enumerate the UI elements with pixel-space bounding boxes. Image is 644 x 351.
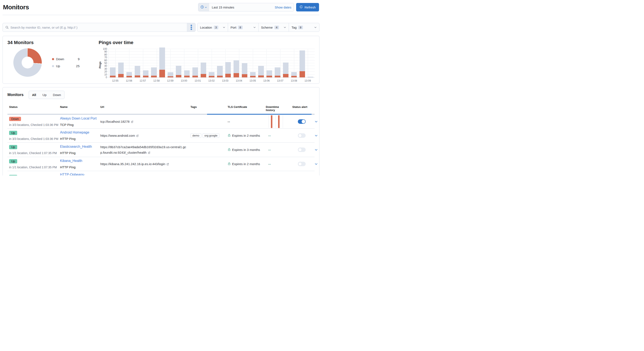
tags-cell bbox=[189, 162, 226, 166]
top-bar: Monitors Last 15 minutes Show dates bbox=[2, 0, 320, 15]
tls-cell: Expires in 2 months bbox=[226, 132, 264, 139]
time-range-value[interactable]: Last 15 minutes bbox=[209, 3, 272, 11]
monitors-list-panel: Monitors AllUpDown StatusNameUrlTagsTLS … bbox=[2, 87, 320, 175]
tls-cell: Expires in 3 months bbox=[226, 146, 264, 153]
status-badge: Down bbox=[9, 117, 21, 121]
tag-badge[interactable]: demo bbox=[190, 133, 201, 138]
refresh-icon bbox=[300, 5, 303, 9]
pings-over-time-section: Pings over time Pings 010203040506070809… bbox=[99, 40, 314, 80]
monitor-name-link[interactable]: Elasticsearch_Health bbox=[60, 145, 92, 148]
filter-count-badge: 4 bbox=[274, 26, 279, 29]
refresh-button[interactable]: Refresh bbox=[296, 3, 319, 11]
name-cell: HTTP-Opbeans-Frontend HTTP Ping bbox=[58, 171, 99, 175]
filter-count-badge: 8 bbox=[238, 26, 242, 29]
monitor-type: TCP Ping bbox=[60, 123, 97, 127]
downtime-history-cell: -- bbox=[264, 132, 290, 139]
status-alert-toggle[interactable] bbox=[298, 162, 306, 166]
tls-lock-icon bbox=[228, 148, 231, 152]
search-input[interactable] bbox=[10, 23, 187, 31]
status-filter-tabs: AllUpDown bbox=[29, 91, 64, 99]
monitor-name-link[interactable]: Kibana_Health bbox=[60, 159, 82, 163]
column-header: Name bbox=[58, 104, 99, 114]
column-header: Tags bbox=[189, 104, 226, 114]
search-bar bbox=[2, 23, 196, 32]
status-alert-toggle[interactable] bbox=[298, 148, 306, 152]
ping-bar bbox=[306, 49, 314, 77]
ping-bar bbox=[191, 49, 199, 77]
expand-row-button[interactable] bbox=[313, 132, 320, 139]
name-cell: Kibana_Health HTTP Ping bbox=[58, 157, 99, 171]
column-header: Status alert bbox=[290, 104, 313, 114]
status-alert-toggle[interactable] bbox=[298, 119, 306, 124]
tab-up[interactable]: Up bbox=[39, 91, 50, 99]
ping-bar bbox=[142, 49, 150, 77]
kql-settings-button[interactable] bbox=[187, 23, 195, 31]
tags-cell: demoorg:google bbox=[189, 132, 226, 139]
external-link-icon[interactable] bbox=[166, 163, 169, 166]
downtime-history-cell: -- bbox=[264, 146, 290, 153]
status-cell: Up in 3/3 locations, Checked 1:07:38 PM bbox=[8, 173, 58, 176]
expand-row-button[interactable] bbox=[313, 146, 320, 153]
filter-scheme[interactable]: Scheme 4 bbox=[258, 23, 289, 31]
ping-bar bbox=[125, 49, 134, 77]
legend-dot bbox=[52, 58, 54, 60]
table-row: Down in 3/3 locations, Checked 1:03:36 P… bbox=[8, 115, 314, 129]
ping-bar bbox=[150, 49, 158, 77]
downtime-history-cell bbox=[264, 115, 290, 128]
y-axis-label: Pings bbox=[99, 61, 102, 68]
tag-badge[interactable]: org:google bbox=[202, 133, 219, 138]
legend-item-up[interactable]: Up 25 bbox=[52, 64, 80, 68]
x-axis-ticks: 12:5512:5612:5712:5812:5913:0013:0113:02… bbox=[108, 79, 314, 82]
show-dates-button[interactable]: Show dates bbox=[272, 3, 294, 11]
filter-location[interactable]: Location 3 bbox=[198, 23, 228, 31]
tab-down[interactable]: Down bbox=[50, 91, 64, 99]
external-link-icon[interactable] bbox=[131, 120, 134, 124]
monitor-name-link[interactable]: Android Homepage bbox=[60, 131, 89, 134]
url-cell: https://8b37cb7ca2ae49ada54db165f32d3a19… bbox=[99, 143, 189, 157]
time-quick-select-button[interactable] bbox=[198, 3, 209, 11]
url-cell: tcp://localhost:18278 bbox=[99, 117, 189, 126]
ping-bar bbox=[174, 49, 183, 77]
monitor-type: HTTP Ping bbox=[60, 165, 97, 169]
name-cell: Elasticsearch_Health HTTP Ping bbox=[58, 143, 99, 156]
status-detail: in 1/1 location, Checked 1:07:35 PM bbox=[9, 151, 57, 155]
ping-bar bbox=[257, 49, 265, 77]
ping-bar bbox=[216, 49, 224, 77]
table-loading-bar bbox=[8, 114, 314, 115]
status-detail: in 1/1 location, Checked 1:07:35 PM bbox=[9, 166, 57, 169]
table-row: Up in 3/3 locations, Checked 1:07:38 PM … bbox=[8, 171, 314, 175]
column-header: Downtime history bbox=[264, 104, 290, 114]
pings-chart-title: Pings over time bbox=[99, 40, 314, 45]
ping-bar bbox=[166, 49, 174, 77]
expand-row-button[interactable] bbox=[313, 161, 320, 167]
monitor-name-link[interactable]: HTTP-Opbeans-Frontend bbox=[60, 173, 85, 175]
kql-squares-icon bbox=[191, 25, 192, 26]
tab-all[interactable]: All bbox=[29, 91, 39, 99]
status-badge: Up bbox=[9, 145, 17, 149]
monitors-section-title: Monitors bbox=[8, 93, 24, 97]
uptime-monitors-page: Monitors Last 15 minutes Show dates bbox=[0, 0, 322, 175]
ping-bar bbox=[134, 49, 142, 77]
filter-port[interactable]: Port 8 bbox=[228, 23, 258, 31]
legend-item-down[interactable]: Down 9 bbox=[52, 57, 80, 61]
url-cell: https://www.android.com bbox=[99, 131, 189, 140]
filter-tag[interactable]: Tag 8 bbox=[289, 23, 319, 31]
ping-bar bbox=[117, 49, 125, 77]
monitors-count-title: 34 Monitors bbox=[8, 40, 99, 45]
external-link-icon[interactable] bbox=[136, 134, 139, 138]
status-detail: in 3/3 locations, Checked 1:03:36 PM bbox=[9, 137, 57, 141]
expand-row-button[interactable] bbox=[313, 118, 320, 125]
status-badge: Up bbox=[9, 159, 17, 163]
status-cell: Up in 3/3 locations, Checked 1:03:36 PM bbox=[8, 129, 58, 142]
url-cell: https://kibana.35.241.242.16.ip.es.io:44… bbox=[99, 160, 189, 169]
downtime-history-chart bbox=[268, 115, 284, 128]
chevron-down-icon bbox=[205, 5, 207, 9]
ping-bar bbox=[248, 49, 257, 77]
external-link-icon[interactable] bbox=[148, 151, 150, 155]
monitor-name-link[interactable]: Always Down Local Port bbox=[60, 117, 97, 120]
search-and-filters-row: Location 3 Port 8 Scheme 4 Tag 8 bbox=[2, 23, 320, 32]
ping-bar bbox=[265, 49, 274, 77]
clock-icon bbox=[200, 5, 204, 9]
ping-bar bbox=[240, 49, 249, 77]
status-alert-toggle[interactable] bbox=[298, 133, 306, 138]
